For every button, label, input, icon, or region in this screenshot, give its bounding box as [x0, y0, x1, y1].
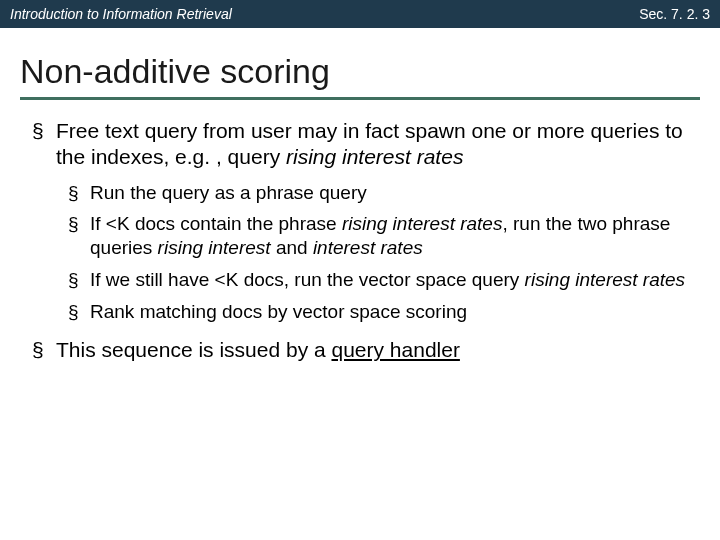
sub2-a: If <K docs contain the phrase	[90, 213, 342, 234]
title-rule	[20, 97, 700, 100]
sub-bullet-4: Rank matching docs by vector space scori…	[90, 300, 692, 324]
bullet-2: This sequence is issued by a query handl…	[56, 337, 692, 363]
bullet-1-italic: rising interest rates	[286, 145, 463, 168]
sub2-f: interest rates	[313, 237, 423, 258]
bullet-2-text: This sequence is issued by a	[56, 338, 331, 361]
sub2-b: rising interest rates	[342, 213, 503, 234]
sub-bullet-3: If we still have <K docs, run the vector…	[90, 268, 692, 292]
top-bar: Introduction to Information Retrieval Se…	[0, 0, 720, 28]
sub3-a: If we still have <K docs, run the vector…	[90, 269, 525, 290]
sub-bullet-1: Run the query as a phrase query	[90, 181, 692, 205]
sub2-e: and	[271, 237, 313, 258]
section-ref: Sec. 7. 2. 3	[639, 6, 710, 22]
sub-bullet-2: If <K docs contain the phrase rising int…	[90, 212, 692, 260]
sub3-b: rising interest rates	[525, 269, 686, 290]
content: Free text query from user may in fact sp…	[0, 118, 720, 364]
slide-title: Non-additive scoring	[0, 28, 720, 97]
bullet-1: Free text query from user may in fact sp…	[56, 118, 692, 323]
sub2-d: rising interest	[158, 237, 271, 258]
bullet-2-underline: query handler	[331, 338, 459, 361]
course-title: Introduction to Information Retrieval	[10, 6, 232, 22]
slide: Introduction to Information Retrieval Se…	[0, 0, 720, 540]
